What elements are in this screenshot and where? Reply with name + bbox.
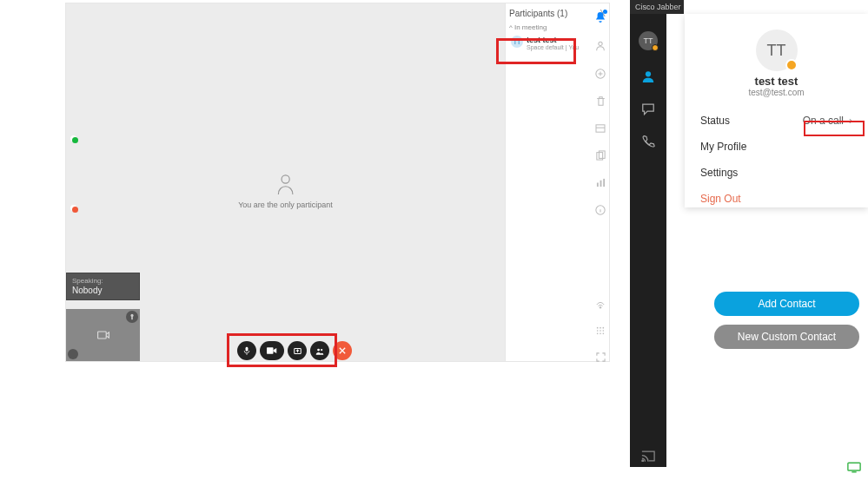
people-side-icon[interactable] [595,41,606,51]
participants-title: Participants (1) [509,9,567,18]
status-row[interactable]: Status On a call › [697,108,856,134]
profile-name: test test [697,75,856,88]
jabber-self-avatar[interactable]: TT [639,31,658,50]
svg-rect-11 [596,125,605,132]
speaking-label: Speaking: [72,277,130,286]
participant-name: test test [527,36,579,44]
status-value: On a call [803,115,844,127]
presence-available-icon [847,462,861,473]
svg-point-29 [642,460,644,462]
speaking-name: Nobody [72,286,130,296]
chat-tab-icon[interactable] [641,102,655,115]
cast-icon[interactable] [641,450,655,462]
camera-off-icon [96,329,110,341]
connection-good-indicator [70,135,76,141]
status-label: Status [700,115,730,127]
call-controls [237,341,352,360]
svg-rect-14 [596,183,598,187]
participant-sub: Space default | You [527,44,579,50]
mic-icon [243,346,250,355]
svg-rect-3 [97,332,106,339]
share-icon [294,347,301,355]
my-profile-row[interactable]: My Profile [697,134,856,160]
maximize-icon[interactable] [68,349,78,359]
settings-row[interactable]: Settings [697,160,856,186]
profile-popover: TT test test test@test.com Status On a c… [685,14,868,207]
settings-label: Settings [700,167,738,179]
people-icon [315,347,324,355]
sign-out-label: Sign Out [700,193,741,205]
svg-rect-5 [267,347,274,354]
svg-rect-4 [246,347,248,352]
person-icon [276,173,295,195]
svg-point-7 [317,348,320,351]
share-screen-button[interactable] [288,341,307,360]
svg-rect-15 [600,181,601,187]
jabber-main-area: TT test test test@test.com Status On a c… [666,14,868,480]
self-view-thumbnail[interactable] [66,309,140,361]
leave-call-button[interactable] [333,341,352,360]
contacts-tab-icon[interactable] [641,69,655,83]
svg-point-25 [597,333,599,335]
info-side-icon[interactable] [595,205,606,215]
svg-point-18 [600,307,601,309]
svg-rect-2 [131,316,133,319]
lone-participant-placeholder: You are the only participant [238,173,333,209]
profile-avatar: TT [756,30,798,71]
stats-side-icon[interactable] [596,178,606,187]
video-area: You are the only participant Speaking: N… [66,3,505,361]
svg-point-20 [600,327,601,329]
camera-icon [267,347,277,354]
jabber-sidebar: TT [630,14,666,467]
sign-out-row[interactable]: Sign Out [697,186,856,212]
delete-side-icon[interactable] [596,96,606,107]
svg-point-27 [603,333,605,335]
my-profile-label: My Profile [700,141,746,153]
svg-point-22 [597,330,599,332]
recording-indicator [70,205,76,211]
participants-button[interactable] [310,341,329,360]
svg-point-28 [646,71,651,76]
contacts-empty-actions: Add Contact New Custom Contact [714,292,859,349]
speaking-indicator: Speaking: Nobody [66,273,140,300]
expand-side-icon[interactable] [596,352,606,362]
meeting-side-toolbar [591,3,610,362]
keypad-side-icon[interactable] [596,326,605,335]
mute-mic-button[interactable] [237,341,256,360]
svg-point-19 [597,327,599,329]
svg-point-9 [599,42,602,45]
add-contact-button[interactable]: Add Contact [714,292,859,316]
notifications-icon[interactable] [595,11,606,23]
close-icon [339,347,346,354]
jabber-titlebar: Cisco Jabber [630,0,684,14]
profile-email: test@test.com [697,88,856,97]
svg-rect-16 [603,179,605,187]
svg-point-21 [603,327,605,329]
svg-point-8 [321,348,322,350]
cisco-jabber-window: Cisco Jabber TT TT test test test@test.c… [630,0,868,480]
chevron-right-icon: › [849,115,852,127]
meeting-window: You are the only participant Speaking: N… [65,3,610,362]
svg-point-24 [603,330,605,332]
lone-participant-text: You are the only participant [238,201,333,209]
copy-side-icon[interactable] [596,150,606,161]
calls-tab-icon[interactable] [642,135,655,148]
svg-point-26 [600,333,601,335]
participant-avatar: TT [511,36,523,48]
svg-point-0 [282,175,289,183]
pin-icon[interactable] [126,311,138,323]
camera-toggle-button[interactable] [260,341,284,360]
svg-point-23 [600,330,601,332]
new-custom-contact-button[interactable]: New Custom Contact [714,325,859,349]
add-side-icon[interactable] [595,69,606,79]
layout-side-icon[interactable] [595,124,606,133]
svg-rect-30 [848,463,860,470]
signal-side-icon[interactable] [595,300,606,309]
